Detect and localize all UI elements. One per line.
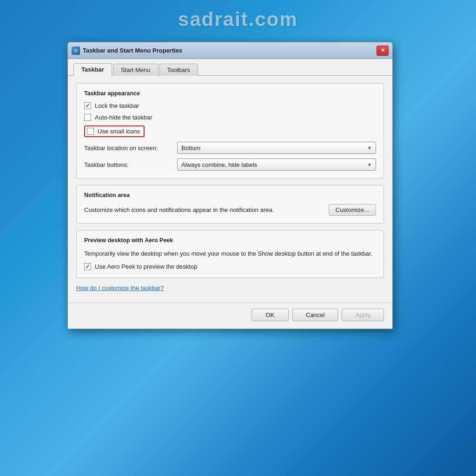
taskbar-appearance-section: Taskbar appearance ✓ Lock the taskbar Au…	[76, 83, 384, 178]
location-value: Bottom	[181, 145, 200, 152]
notification-area-title: Notification area	[84, 192, 376, 198]
small-icons-label: Use small icons	[98, 128, 140, 135]
checkmark-icon-2: ✓	[85, 264, 90, 270]
dialog-icon: ⚙	[72, 46, 80, 55]
title-bar: ⚙ Taskbar and Start Menu Properties ✕	[68, 42, 392, 59]
footer: OK Cancel Apply	[68, 303, 392, 329]
aero-peek-label: Use Aero Peek to preview the desktop	[95, 263, 197, 270]
location-row: Taskbar location on screen: Bottom ▼	[84, 142, 376, 154]
tab-start-menu[interactable]: Start Menu	[113, 64, 159, 76]
watermark: sadrait.com	[0, 8, 476, 31]
aero-peek-title: Preview desktop with Aero Peek	[84, 237, 376, 244]
small-icons-checkbox[interactable]	[87, 128, 94, 135]
auto-hide-label: Auto-hide the taskbar	[95, 114, 152, 121]
dialog-title: Taskbar and Start Menu Properties	[83, 47, 182, 54]
auto-hide-checkbox[interactable]	[84, 114, 91, 121]
aero-peek-section: Preview desktop with Aero Peek Temporari…	[76, 230, 384, 278]
content-area: Taskbar appearance ✓ Lock the taskbar Au…	[68, 75, 392, 303]
dialog-window: ⚙ Taskbar and Start Menu Properties ✕ Ta…	[67, 42, 393, 329]
small-icons-row: Use small icons	[84, 126, 376, 137]
tab-taskbar[interactable]: Taskbar	[73, 63, 112, 76]
checkmark-icon: ✓	[85, 103, 90, 109]
aero-peek-description: Temporarily view the desktop when you mo…	[84, 249, 376, 258]
help-link[interactable]: How do I customize the taskbar?	[76, 284, 384, 291]
buttons-row: Taskbar buttons: Always combine, hide la…	[84, 159, 376, 171]
chevron-down-icon: ▼	[367, 145, 372, 151]
buttons-label: Taskbar buttons:	[84, 161, 177, 168]
apply-button[interactable]: Apply	[342, 309, 384, 321]
notification-description: Customize which icons and notifications …	[84, 205, 323, 215]
location-label: Taskbar location on screen:	[84, 145, 177, 152]
location-select[interactable]: Bottom ▼	[177, 142, 376, 154]
lock-taskbar-label: Lock the taskbar	[95, 102, 139, 109]
aero-peek-row: ✓ Use Aero Peek to preview the desktop	[84, 263, 376, 270]
small-icons-highlight-box: Use small icons	[84, 126, 145, 137]
close-button[interactable]: ✕	[377, 46, 389, 56]
cancel-button[interactable]: Cancel	[292, 309, 338, 321]
taskbar-appearance-title: Taskbar appearance	[84, 90, 376, 97]
tab-toolbars[interactable]: Toolbars	[159, 64, 198, 76]
customize-button[interactable]: Customize...	[329, 204, 376, 216]
title-bar-left: ⚙ Taskbar and Start Menu Properties	[72, 46, 182, 55]
tabs-bar: Taskbar Start Menu Toolbars	[68, 59, 392, 75]
auto-hide-row: Auto-hide the taskbar	[84, 114, 376, 121]
buttons-select[interactable]: Always combine, hide labels ▼	[177, 159, 376, 171]
lock-taskbar-row: ✓ Lock the taskbar	[84, 102, 376, 109]
title-bar-buttons: ✕	[377, 46, 389, 56]
notification-area-section: Notification area Customize which icons …	[76, 185, 384, 224]
ok-button[interactable]: OK	[251, 309, 289, 321]
lock-taskbar-checkbox[interactable]: ✓	[84, 102, 91, 109]
buttons-value: Always combine, hide labels	[181, 161, 257, 168]
notification-row: Customize which icons and notifications …	[84, 204, 376, 216]
aero-peek-checkbox[interactable]: ✓	[84, 263, 91, 270]
chevron-down-icon-2: ▼	[367, 162, 372, 167]
